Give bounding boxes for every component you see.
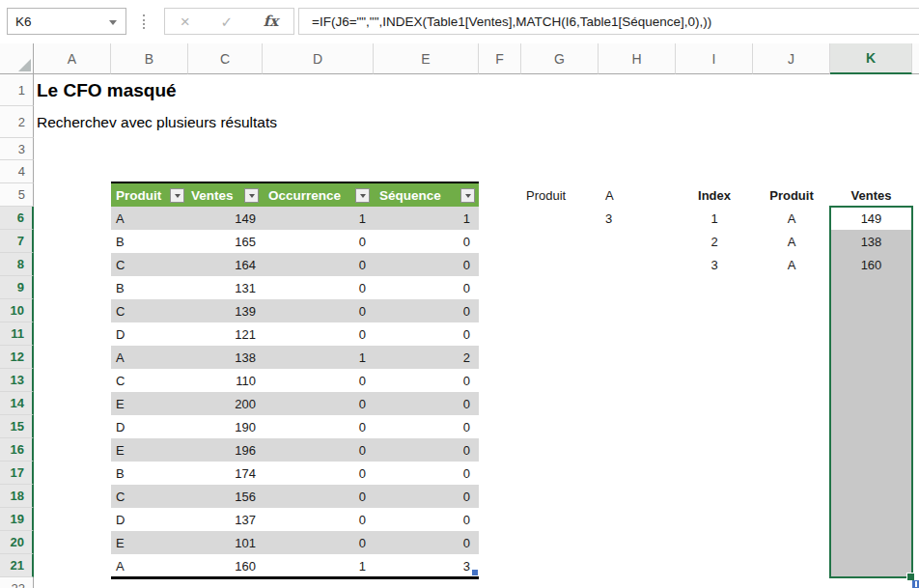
- cell-g5-lookup-label[interactable]: Produit: [526, 183, 599, 207]
- cell-b7[interactable]: B: [116, 230, 188, 253]
- cell-b10[interactable]: C: [116, 299, 188, 322]
- row-header-19[interactable]: 19: [0, 508, 34, 531]
- cell-e18[interactable]: 0: [374, 485, 470, 508]
- cell-c21[interactable]: 160: [188, 554, 256, 577]
- cell-j8[interactable]: A: [753, 253, 830, 276]
- cell-e17[interactable]: 0: [374, 462, 470, 485]
- cell-b14[interactable]: E: [116, 392, 188, 415]
- cell-c11[interactable]: 121: [188, 322, 256, 346]
- cell-b19[interactable]: D: [116, 508, 188, 531]
- cell-c17[interactable]: 174: [188, 462, 256, 485]
- cell-d12[interactable]: 1: [263, 346, 366, 369]
- cell-e13[interactable]: 0: [374, 369, 470, 392]
- cell-e6[interactable]: 1: [374, 207, 470, 230]
- row-header-3[interactable]: 3: [0, 138, 34, 160]
- cell-e11[interactable]: 0: [374, 322, 470, 346]
- row-header-10[interactable]: 10: [0, 299, 34, 322]
- cell-c15[interactable]: 190: [188, 415, 256, 438]
- column-header-g[interactable]: G: [521, 43, 599, 74]
- row-header-1[interactable]: 1: [0, 74, 34, 106]
- column-header-f[interactable]: F: [479, 43, 521, 74]
- column-header-b[interactable]: B: [111, 43, 188, 74]
- cell-c8[interactable]: 164: [188, 253, 256, 276]
- cell-b8[interactable]: C: [116, 253, 188, 276]
- name-box[interactable]: K6: [7, 8, 126, 35]
- filter-button-séquence[interactable]: [460, 188, 475, 203]
- select-all-button[interactable]: [0, 43, 34, 74]
- row-header-5[interactable]: 5: [0, 183, 34, 207]
- enter-icon[interactable]: ✓: [220, 14, 233, 29]
- cell-c10[interactable]: 139: [188, 299, 256, 322]
- cell-b20[interactable]: E: [116, 531, 188, 554]
- cell-d8[interactable]: 0: [263, 253, 366, 276]
- cell-e19[interactable]: 0: [374, 508, 470, 531]
- cell-e8[interactable]: 0: [374, 253, 470, 276]
- cell-d17[interactable]: 0: [263, 462, 366, 485]
- cell-c6[interactable]: 149: [188, 207, 256, 230]
- cell-c20[interactable]: 101: [188, 531, 256, 554]
- filter-button-produit[interactable]: [170, 188, 184, 203]
- cell-b11[interactable]: D: [116, 322, 188, 346]
- row-header-6[interactable]: 6: [0, 207, 34, 230]
- cell-e10[interactable]: 0: [374, 299, 470, 322]
- cell-b6[interactable]: A: [116, 207, 188, 230]
- cell-b15[interactable]: D: [116, 415, 188, 438]
- cell-e16[interactable]: 0: [374, 438, 470, 462]
- cell-d18[interactable]: 0: [263, 485, 366, 508]
- column-header-e[interactable]: E: [374, 43, 479, 74]
- row-header-14[interactable]: 14: [0, 392, 34, 415]
- cell-c16[interactable]: 196: [188, 438, 256, 462]
- cell-e7[interactable]: 0: [374, 230, 470, 253]
- row-header-9[interactable]: 9: [0, 276, 34, 299]
- results-header-index[interactable]: Index: [676, 183, 753, 207]
- cell-b17[interactable]: B: [116, 462, 188, 485]
- cell-d10[interactable]: 0: [263, 299, 366, 322]
- row-header-20[interactable]: 20: [0, 531, 34, 554]
- cell-e15[interactable]: 0: [374, 415, 470, 438]
- row-header-15[interactable]: 15: [0, 415, 34, 438]
- cell-d19[interactable]: 0: [263, 508, 366, 531]
- column-header-j[interactable]: J: [753, 43, 830, 74]
- cell-c9[interactable]: 131: [188, 276, 256, 299]
- cell-e12[interactable]: 2: [374, 346, 470, 369]
- cell-b16[interactable]: E: [116, 438, 188, 462]
- name-box-dropdown-icon[interactable]: [109, 20, 117, 25]
- cell-b21[interactable]: A: [116, 554, 188, 577]
- cell-d13[interactable]: 0: [263, 369, 366, 392]
- column-header-c[interactable]: C: [188, 43, 263, 74]
- table-resize-handle[interactable]: [472, 570, 478, 575]
- cell-b18[interactable]: C: [116, 485, 188, 508]
- row-header-7[interactable]: 7: [0, 230, 34, 253]
- row-header-16[interactable]: 16: [0, 438, 34, 462]
- row-header-12[interactable]: 12: [0, 346, 34, 369]
- cancel-icon[interactable]: ×: [181, 14, 190, 30]
- cell-j7[interactable]: A: [753, 230, 830, 253]
- cell-e21[interactable]: 3: [374, 554, 470, 577]
- row-header-17[interactable]: 17: [0, 462, 34, 485]
- row-header-13[interactable]: 13: [0, 369, 34, 392]
- cell-d11[interactable]: 0: [263, 322, 366, 346]
- cell-a2-subtitle[interactable]: Recherchev avec plusieurs résultats: [37, 106, 277, 138]
- row-header-21[interactable]: 21: [0, 554, 34, 577]
- column-header-k[interactable]: K: [830, 43, 912, 74]
- cell-i7[interactable]: 2: [676, 230, 753, 253]
- row-header-4[interactable]: 4: [0, 160, 34, 183]
- cell-d21[interactable]: 1: [263, 554, 366, 577]
- quick-analysis-icon[interactable]: [912, 580, 919, 588]
- cell-c18[interactable]: 156: [188, 485, 256, 508]
- selection-fill-handle[interactable]: [907, 574, 914, 580]
- cell-i8[interactable]: 3: [676, 253, 753, 276]
- cell-d6[interactable]: 1: [263, 207, 366, 230]
- row-header-22[interactable]: 22: [0, 577, 34, 588]
- filter-button-occurrence[interactable]: [355, 188, 370, 203]
- cell-h5-lookup-product[interactable]: A: [605, 183, 676, 207]
- row-header-18[interactable]: 18: [0, 485, 34, 508]
- cell-c13[interactable]: 110: [188, 369, 256, 392]
- column-header-h[interactable]: H: [599, 43, 676, 74]
- cell-d14[interactable]: 0: [263, 392, 366, 415]
- results-header-produit[interactable]: Produit: [753, 183, 830, 207]
- filter-button-ventes[interactable]: [244, 188, 259, 203]
- cell-d7[interactable]: 0: [263, 230, 366, 253]
- cell-d16[interactable]: 0: [263, 438, 366, 462]
- insert-function-icon[interactable]: fx: [264, 14, 278, 29]
